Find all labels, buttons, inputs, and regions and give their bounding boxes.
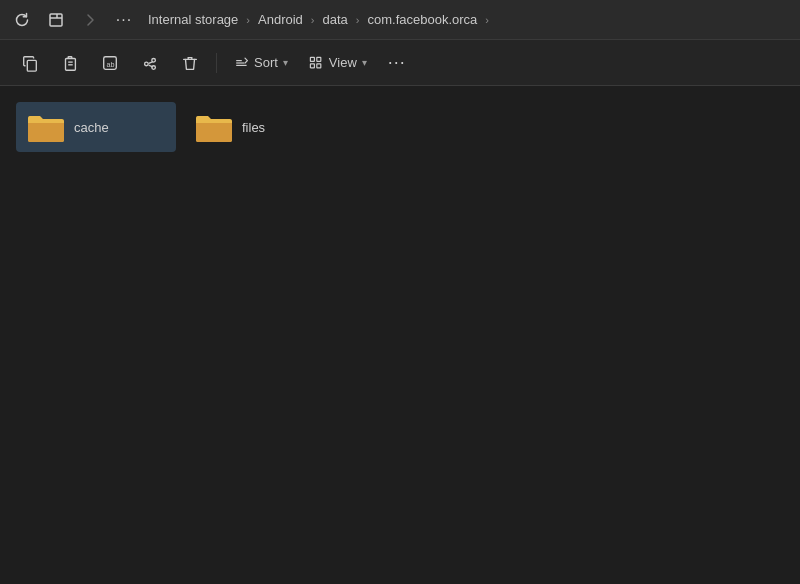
view-button[interactable]: View ▾ [300, 47, 375, 79]
breadcrumb-data[interactable]: data [319, 10, 352, 29]
svg-text:ab: ab [106, 59, 114, 68]
breadcrumb-sep-2: › [311, 14, 315, 26]
share-button[interactable] [132, 47, 168, 79]
breadcrumb-sep-4: › [485, 14, 489, 26]
svg-rect-0 [50, 14, 62, 26]
svg-line-9 [149, 61, 153, 63]
view-label: View [329, 55, 357, 70]
folder-cache[interactable]: cache [16, 102, 176, 152]
refresh-button[interactable] [8, 6, 36, 34]
toolbar-sep-1 [216, 53, 217, 73]
sort-chevron-icon: ▾ [283, 57, 288, 68]
paste-button[interactable] [52, 47, 88, 79]
folder-cache-label: cache [74, 120, 109, 135]
nav-more-button[interactable]: ··· [110, 6, 138, 34]
svg-rect-16 [317, 57, 321, 61]
svg-rect-15 [310, 57, 314, 61]
breadcrumb-facebook[interactable]: com.facebook.orca [363, 10, 481, 29]
breadcrumb: Internal storage › Android › data › com.… [144, 10, 792, 29]
sort-label: Sort [254, 55, 278, 70]
delete-button[interactable] [172, 47, 208, 79]
breadcrumb-android[interactable]: Android [254, 10, 307, 29]
toolbar-more-button[interactable]: ··· [381, 47, 413, 79]
toolbar: ab Sort ▾ [0, 40, 800, 86]
rename-button[interactable]: ab [92, 47, 128, 79]
copy-button[interactable] [12, 47, 48, 79]
breadcrumb-sep-3: › [356, 14, 360, 26]
svg-rect-3 [27, 60, 36, 71]
tab-button[interactable] [42, 6, 70, 34]
view-chevron-icon: ▾ [362, 57, 367, 68]
content-area: cache files [0, 86, 800, 168]
breadcrumb-internal-storage[interactable]: Internal storage [144, 10, 242, 29]
folder-cache-icon [26, 110, 64, 144]
breadcrumb-sep-1: › [246, 14, 250, 26]
folder-files[interactable]: files [184, 102, 344, 152]
folder-files-label: files [242, 120, 265, 135]
folder-files-icon [194, 110, 232, 144]
nav-bar: ··· Internal storage › Android › data › … [0, 0, 800, 40]
forward-button[interactable] [76, 6, 104, 34]
sort-button[interactable]: Sort ▾ [225, 47, 296, 79]
svg-rect-17 [310, 63, 314, 67]
svg-rect-18 [317, 63, 321, 67]
